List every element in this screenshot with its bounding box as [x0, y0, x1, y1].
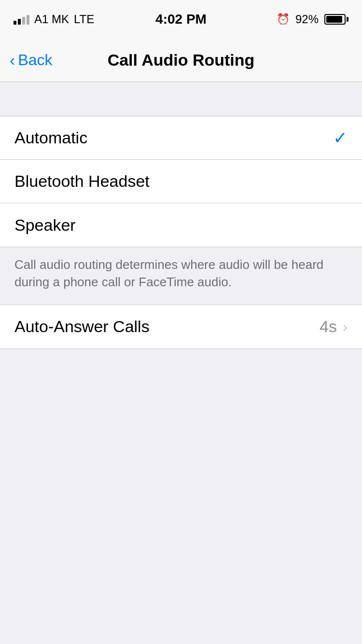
- audio-routing-footer: Call audio routing determines where audi…: [0, 247, 362, 305]
- auto-answer-value: 4s: [320, 317, 337, 336]
- chevron-right-icon: ›: [343, 319, 348, 335]
- bluetooth-headset-row[interactable]: Bluetooth Headset: [0, 160, 362, 203]
- top-spacer: [0, 82, 362, 116]
- carrier-label: A1 MK: [34, 13, 69, 26]
- alarm-icon: ⏰: [277, 13, 290, 26]
- battery-body: [324, 14, 346, 25]
- footer-text: Call audio routing determines where audi…: [14, 257, 323, 289]
- bottom-background: [0, 349, 362, 639]
- automatic-checkmark: ✓: [333, 128, 348, 148]
- back-label: Back: [18, 51, 52, 69]
- back-chevron-icon: ‹: [10, 52, 15, 68]
- status-time: 4:02 PM: [155, 12, 207, 27]
- status-right: ⏰ 92%: [277, 13, 348, 26]
- auto-answer-label: Auto-Answer Calls: [14, 317, 150, 336]
- back-button[interactable]: ‹ Back: [10, 51, 52, 69]
- nav-bar: ‹ Back Call Audio Routing: [0, 39, 362, 82]
- signal-bars-icon: [14, 14, 29, 25]
- audio-routing-group: Automatic ✓ Bluetooth Headset Speaker: [0, 116, 362, 247]
- speaker-label: Speaker: [14, 216, 76, 235]
- network-label: LTE: [74, 13, 94, 26]
- auto-answer-value-container: 4s ›: [320, 317, 348, 336]
- battery-fill: [326, 16, 342, 23]
- bluetooth-headset-label: Bluetooth Headset: [14, 172, 150, 191]
- page-title: Call Audio Routing: [108, 51, 255, 70]
- battery-icon: [324, 14, 348, 25]
- automatic-label: Automatic: [14, 128, 87, 147]
- automatic-row[interactable]: Automatic ✓: [0, 116, 362, 160]
- status-left: A1 MK LTE: [14, 13, 94, 26]
- auto-answer-group: Auto-Answer Calls 4s ›: [0, 305, 362, 349]
- battery-tip: [347, 17, 348, 22]
- battery-percent: 92%: [295, 13, 319, 26]
- status-bar: A1 MK LTE 4:02 PM ⏰ 92%: [0, 0, 362, 39]
- auto-answer-row[interactable]: Auto-Answer Calls 4s ›: [0, 305, 362, 349]
- speaker-row[interactable]: Speaker: [0, 203, 362, 247]
